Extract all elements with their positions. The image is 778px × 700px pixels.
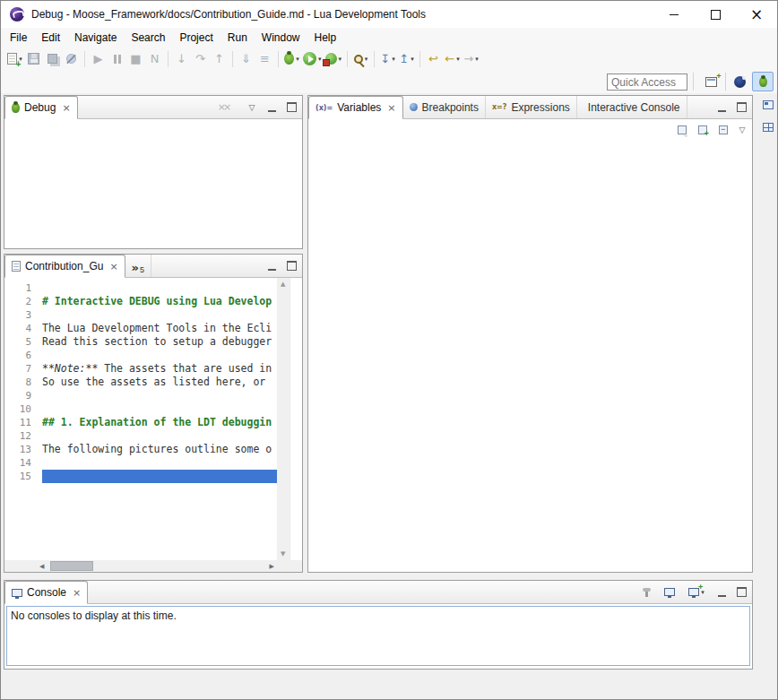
back-icon: ←	[445, 53, 454, 65]
minimized-view-button[interactable]	[760, 119, 776, 135]
scroll-right-icon[interactable]: ▶	[270, 563, 274, 570]
menu-search[interactable]: Search	[124, 30, 172, 46]
use-step-filters-button[interactable]: ≡	[255, 48, 274, 69]
menu-help[interactable]: Help	[307, 30, 344, 46]
display-selected-console-button[interactable]	[661, 584, 678, 601]
new-wizard-button[interactable]: ▾	[5, 48, 24, 69]
menu-project[interactable]: Project	[172, 30, 220, 46]
step-return-icon: ↑	[214, 53, 224, 65]
lua-perspective-icon	[734, 76, 746, 88]
line-text[interactable]	[42, 429, 277, 443]
debug-perspective-button[interactable]	[752, 72, 774, 91]
maximize-view-icon[interactable]	[285, 259, 298, 273]
tab-console[interactable]: Console ×	[4, 581, 88, 604]
quick-access-input[interactable]	[607, 73, 687, 91]
menu-edit[interactable]: Edit	[34, 30, 67, 46]
variables-icon: (x)=	[316, 104, 333, 112]
close-icon[interactable]: ×	[387, 102, 395, 114]
tab-expressions[interactable]: x=?Expressions	[486, 96, 577, 118]
tab-contribution-guide[interactable]: Contribution_Gu ×	[4, 255, 125, 278]
tab-interactive-console[interactable]: Interactive Console	[577, 96, 687, 118]
view-menu-icon[interactable]: ▽	[736, 123, 748, 137]
line-text[interactable]: **Note:** The assets that are used in	[42, 362, 277, 376]
editor-line: 12	[4, 429, 277, 443]
line-text[interactable]: So use the assets as listed here, or	[42, 376, 277, 389]
close-icon[interactable]: ×	[109, 261, 117, 272]
scrollbar-thumb[interactable]	[50, 561, 93, 571]
line-text[interactable]	[42, 456, 277, 470]
dropdown-arrow-icon[interactable]: ▾	[339, 56, 342, 63]
menu-run[interactable]: Run	[220, 30, 255, 46]
restore-views-button[interactable]	[760, 97, 776, 113]
toolbar-separator	[347, 51, 348, 67]
line-text[interactable]	[42, 349, 277, 362]
ldt-perspective-button[interactable]	[729, 72, 750, 91]
line-text[interactable]	[42, 308, 277, 322]
line-text[interactable]: # Interactive DEBUG using Lua Develop	[42, 295, 277, 308]
external-tools-button[interactable]: ▾	[324, 48, 344, 69]
run-button[interactable]: ▾	[301, 48, 324, 69]
external-tools-icon	[325, 53, 337, 65]
minimize-view-icon[interactable]	[715, 100, 728, 115]
tab-variables[interactable]: (x)=Variables×	[308, 96, 403, 119]
show-columns-button[interactable]	[695, 122, 711, 138]
dropdown-arrow-icon[interactable]: ▾	[365, 56, 368, 63]
open-perspective-icon	[705, 77, 717, 87]
line-text[interactable]	[42, 470, 277, 483]
tab-debug[interactable]: Debug ×	[4, 96, 78, 119]
dropdown-arrow-icon[interactable]: ▾	[296, 56, 299, 63]
back-button[interactable]: ←▾	[443, 48, 462, 69]
scroll-left-icon[interactable]: ◀	[39, 563, 44, 570]
last-edit-location-button[interactable]: ↩	[424, 48, 443, 69]
menu-navigate[interactable]: Navigate	[67, 30, 124, 46]
open-perspective-button[interactable]	[700, 72, 722, 91]
scroll-down-icon[interactable]: ▼	[281, 550, 285, 557]
line-text[interactable]: The following pictures outline some o	[42, 443, 277, 456]
search-button[interactable]: ▾	[351, 48, 370, 69]
editor-line: 2# Interactive DEBUG using Lua Develop	[4, 295, 277, 308]
dropdown-arrow-icon[interactable]: ▾	[392, 56, 395, 63]
dropdown-arrow-icon[interactable]: ▾	[475, 56, 479, 63]
minimize-view-icon[interactable]	[715, 585, 728, 600]
close-icon[interactable]: ×	[73, 587, 81, 599]
debug-button[interactable]: ▾	[282, 48, 301, 69]
line-text[interactable]: ## 1. Explanation of the LDT debuggin	[42, 416, 277, 429]
dropdown-arrow-icon[interactable]: ▾	[411, 56, 414, 63]
previous-annotation-button[interactable]: ↥▾	[397, 48, 416, 69]
maximize-view-icon[interactable]	[735, 585, 748, 600]
editor-horizontal-scrollbar[interactable]: ◀ ▶	[4, 560, 302, 572]
menu-window[interactable]: Window	[255, 30, 307, 46]
line-text[interactable]	[42, 402, 277, 416]
dropdown-arrow-icon[interactable]: ▾	[456, 56, 460, 63]
line-text[interactable]: Read this section to setup a debugger	[42, 335, 277, 349]
editor-vertical-scrollbar[interactable]: ▲ ▼	[277, 278, 290, 560]
tab-breakpoints[interactable]: Breakpoints	[403, 96, 486, 118]
open-console-button[interactable]: ▾	[685, 584, 708, 601]
console-message: No consoles to display at this time.	[7, 607, 749, 625]
minimize-view-icon[interactable]	[265, 100, 278, 115]
maximize-view-icon[interactable]	[735, 100, 748, 115]
minimize-view-icon[interactable]	[265, 259, 278, 273]
scroll-up-icon[interactable]: ▲	[281, 281, 285, 288]
maximize-view-icon[interactable]	[285, 100, 298, 115]
minimize-window-button[interactable]	[653, 1, 695, 28]
code-segment: Read this section to setup a debugger	[42, 335, 272, 348]
disconnect-button: N	[145, 48, 164, 69]
line-text[interactable]: The Lua Development Tools in the Ecli	[42, 322, 277, 335]
collapse-all-button[interactable]	[715, 122, 731, 138]
overview-ruler	[290, 278, 302, 560]
line-text[interactable]	[42, 389, 277, 402]
next-annotation-button[interactable]: ↧▾	[378, 48, 397, 69]
pin-console-button	[638, 584, 654, 601]
suspend-button	[108, 48, 126, 69]
maximize-window-button[interactable]	[695, 1, 736, 28]
show-logical-structure-button[interactable]	[674, 122, 690, 138]
close-icon[interactable]: ×	[62, 102, 70, 114]
editor-tab-overflow[interactable]: » 5	[125, 255, 151, 277]
dropdown-arrow-icon[interactable]: ▾	[318, 56, 322, 63]
variables-view: (x)=Variables×Breakpointsx=?ExpressionsI…	[307, 95, 753, 573]
close-window-button[interactable]: ×	[736, 1, 777, 28]
view-menu-icon[interactable]: ▽	[246, 100, 258, 115]
line-text[interactable]	[42, 281, 277, 295]
menu-file[interactable]: File	[3, 30, 34, 46]
